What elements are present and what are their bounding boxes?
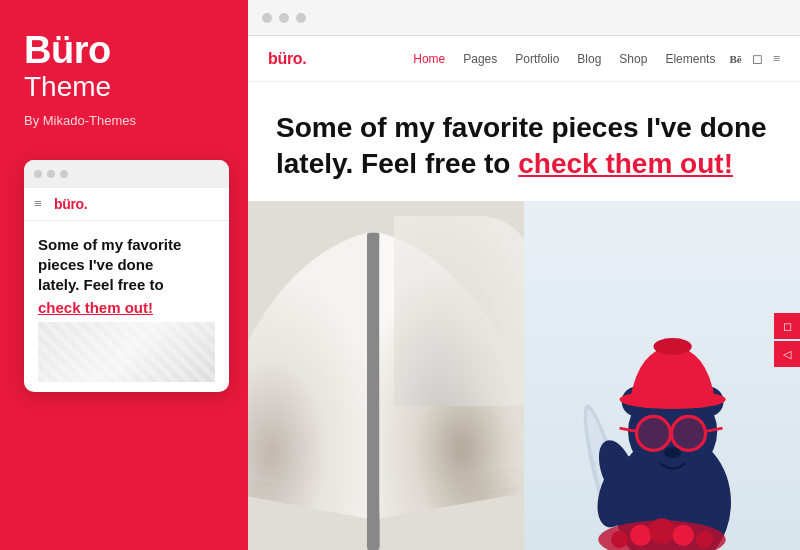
chrome-dot-1	[262, 13, 272, 23]
brand-subtitle: Theme	[24, 72, 224, 103]
svg-point-19	[672, 416, 706, 450]
mockup-nav: ≡ büro.	[24, 188, 229, 221]
behance-icon[interactable]: Bē	[729, 53, 741, 65]
chrome-dot-2	[279, 13, 289, 23]
fab-button-1[interactable]: ◻	[774, 313, 800, 339]
mockup-heading: Some of my favorite pieces I've done lat…	[38, 235, 215, 296]
site-logo: büro.	[268, 50, 307, 68]
bear-svg	[524, 201, 800, 550]
mockup-dot-3	[60, 170, 68, 178]
mockup-titlebar	[24, 160, 229, 188]
nav-icons: Bē ◻ ≡	[729, 51, 780, 67]
social-icon[interactable]: ◻	[752, 51, 763, 67]
svg-rect-1	[367, 233, 380, 550]
site-preview: büro. Home Pages Portfolio Blog Shop Ele…	[248, 36, 800, 550]
mockup-logo-dot: .	[84, 196, 88, 212]
hero-heading: Some of my favorite pieces I've done lat…	[276, 110, 772, 183]
nav-item-blog[interactable]: Blog	[577, 52, 601, 66]
brand-name: Büro	[24, 30, 224, 72]
fab-container: ◻ ◁	[774, 313, 800, 367]
nav-item-elements[interactable]: Elements	[665, 52, 715, 66]
mockup-body: Some of my favorite pieces I've done lat…	[24, 221, 229, 393]
svg-point-6	[630, 525, 651, 546]
book-svg	[248, 201, 524, 550]
nav-item-portfolio[interactable]: Portfolio	[515, 52, 559, 66]
svg-point-21	[664, 447, 681, 458]
hamburger-icon: ≡	[34, 197, 42, 211]
mockup-dot-1	[34, 170, 42, 178]
browser-chrome	[248, 0, 800, 36]
left-panel: Büro Theme By Mikado-Themes ≡ büro. Some…	[0, 0, 248, 550]
svg-point-9	[696, 531, 713, 548]
fab-icon-1: ◻	[783, 320, 792, 333]
svg-point-8	[673, 525, 694, 546]
mockup-dot-2	[47, 170, 55, 178]
mockup-image-preview	[38, 322, 215, 382]
brand-block: Büro Theme By Mikado-Themes	[24, 30, 224, 156]
mobile-mockup: ≡ büro. Some of my favorite pieces I've …	[24, 160, 229, 393]
mockup-logo-text: büro	[54, 196, 84, 212]
site-images: ◻ ◁	[248, 201, 800, 550]
nav-item-pages[interactable]: Pages	[463, 52, 497, 66]
menu-icon[interactable]: ≡	[773, 51, 780, 67]
svg-point-10	[611, 531, 628, 548]
mockup-cta-link[interactable]: check them out!	[38, 299, 215, 316]
nav-item-home[interactable]: Home	[413, 52, 445, 66]
nav-items: Home Pages Portfolio Blog Shop Elements	[413, 52, 715, 66]
brand-by: By Mikado-Themes	[24, 113, 224, 128]
site-image-bear: ◻ ◁	[524, 201, 800, 550]
site-hero: Some of my favorite pieces I've done lat…	[248, 82, 800, 201]
fab-icon-2: ◁	[783, 348, 791, 361]
right-panel: büro. Home Pages Portfolio Blog Shop Ele…	[248, 0, 800, 550]
svg-point-18	[637, 416, 671, 450]
fab-button-2[interactable]: ◁	[774, 341, 800, 367]
site-image-book	[248, 201, 524, 550]
site-nav: büro. Home Pages Portfolio Blog Shop Ele…	[248, 36, 800, 82]
hero-cta-link[interactable]: check them out!	[518, 148, 733, 179]
svg-point-7	[649, 518, 674, 543]
nav-item-shop[interactable]: Shop	[619, 52, 647, 66]
svg-point-17	[654, 338, 692, 355]
mockup-logo: büro.	[54, 196, 88, 212]
mockup-content: ≡ büro. Some of my favorite pieces I've …	[24, 188, 229, 393]
chrome-dot-3	[296, 13, 306, 23]
